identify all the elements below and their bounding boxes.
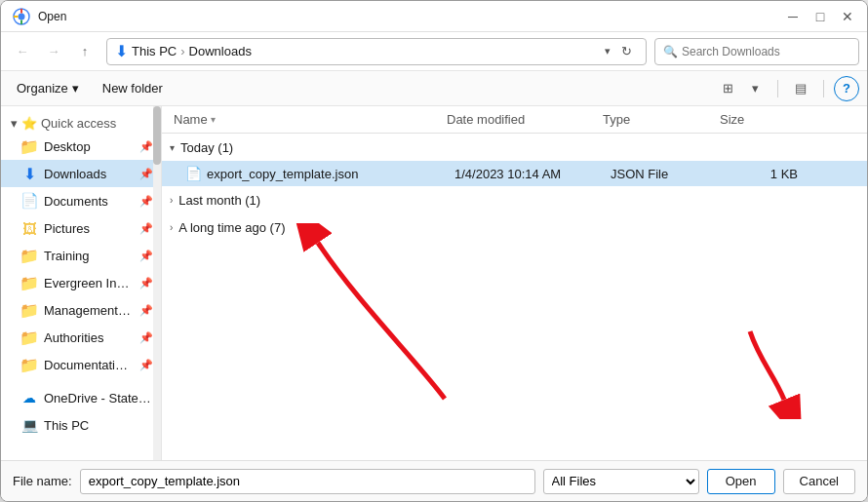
sidebar-item-evergreen[interactable]: 📁 Evergreen Inc… 📌 [1,269,161,296]
group-long-ago[interactable]: › A long time ago (7) [162,213,867,241]
new-folder-button[interactable]: New folder [95,76,171,101]
toolbar-separator [777,80,778,97]
forward-button[interactable]: → [40,38,67,65]
sidebar-scrollbar[interactable] [153,106,161,460]
address-separator: › [180,44,184,58]
sidebar-evergreen-label: Evergreen Inc… [44,276,132,290]
file-row-json[interactable]: 📄 export_copy_template.json 1/4/2023 10:… [162,161,867,186]
sidebar-item-desktop[interactable]: 📁 Desktop 📌 [1,133,161,160]
file-name-input[interactable] [80,469,535,494]
sidebar-item-training[interactable]: 📁 Training 📌 [1,242,161,269]
pin-icon-evergreen: 📌 [139,277,153,290]
col-header-date[interactable]: Date modified [443,112,599,127]
address-part-thispc: This PC [132,44,177,58]
preview-pane-button[interactable]: ▤ [788,76,813,101]
back-button[interactable]: ← [9,38,36,65]
col-header-size[interactable]: Size [716,112,794,127]
management-folder-icon: 📁 [20,301,38,319]
pin-icon-documentati: 📌 [139,359,153,371]
sidebar-item-downloads[interactable]: ⬇ Downloads 📌 [1,160,161,187]
file-type-select[interactable]: All Files [543,469,699,494]
content-area: Name ▾ Date modified Type Size ▾ Tod [162,106,867,460]
maximize-button[interactable]: □ [809,5,832,28]
downloads-icon: ⬇ [20,165,38,182]
up-button[interactable]: ↑ [71,38,99,65]
group-long-ago-chevron: › [170,222,173,233]
bottom-bar: File name: All Files Open Cancel [1,460,867,501]
group-today-chevron: ▾ [170,142,175,153]
sidebar-documents-label: Documents [44,194,132,209]
view-buttons: ⊞ ▾ [715,76,768,101]
group-long-ago-label: A long time ago (7) [178,220,285,235]
refresh-button[interactable]: ↻ [614,40,638,63]
group-today[interactable]: ▾ Today (1) [162,134,867,161]
close-button[interactable]: ✕ [836,5,859,28]
thispc-icon: 💻 [20,416,38,434]
sidebar-item-documents[interactable]: 📄 Documents 📌 [1,187,161,214]
organize-toolbar: Organize ▾ New folder ⊞ ▾ ▤ ? [1,71,867,106]
col-header-type[interactable]: Type [599,112,716,127]
address-part-downloads: Downloads [189,44,252,58]
view-dropdown-button[interactable]: ▾ [742,76,768,101]
chrome-icon [13,8,30,25]
column-headers: Name ▾ Date modified Type Size [162,106,867,134]
sidebar-pictures-label: Pictures [44,221,132,236]
search-box[interactable]: 🔍 [654,38,859,65]
pin-icon-documents: 📌 [139,195,153,208]
address-bar[interactable]: ⬇ This PC › Downloads ▾ ↻ [106,38,647,65]
pin-icon-desktop: 📌 [139,140,153,153]
sidebar-item-onedrive[interactable]: ☁ OneDrive - State o… [1,384,161,411]
quick-access-section[interactable]: ▾ ⭐ Quick access [1,110,161,133]
sidebar-management-label: Management… [44,303,132,318]
group-today-label: Today (1) [180,140,233,155]
up-icon: ↑ [82,44,89,58]
pin-icon-authorities: 📌 [139,331,153,344]
file-list: ▾ Today (1) 📄 export_copy_template.json … [162,134,867,460]
sidebar: ▾ ⭐ Quick access 📁 Desktop 📌 ⬇ Downloads… [1,106,162,460]
organize-button[interactable]: Organize ▾ [9,76,87,101]
pin-icon-downloads: 📌 [139,168,153,180]
group-last-month[interactable]: › Last month (1) [162,186,867,213]
minimize-button[interactable]: ─ [781,5,805,28]
empty-space [162,241,867,460]
view-grid-button[interactable]: ⊞ [715,76,740,101]
sidebar-onedrive-label: OneDrive - State o… [44,391,153,405]
file-name-cell: export_copy_template.json [207,167,454,181]
dialog-title: Open [38,10,781,23]
nav-toolbar: ← → ↑ ⬇ This PC › Downloads ▾ ↻ 🔍 [1,32,867,71]
col-header-name[interactable]: Name ▾ [170,112,443,127]
sidebar-item-management[interactable]: 📁 Management… 📌 [1,296,161,324]
sidebar-item-pictures[interactable]: 🖼 Pictures 📌 [1,214,161,242]
file-size-cell: 1 KB [728,167,806,181]
cancel-button[interactable]: Cancel [783,469,855,494]
open-button[interactable]: Open [707,469,775,494]
file-type-cell: JSON File [611,167,728,181]
title-bar: Open ─ □ ✕ [1,1,867,32]
json-file-icon: 📄 [185,166,203,181]
location-icon: ⬇ [115,42,128,60]
quick-access-label: Quick access [41,116,116,131]
sidebar-item-authorities[interactable]: 📁 Authorities 📌 [1,324,161,351]
pin-icon-pictures: 📌 [139,222,153,235]
group-last-month-label: Last month (1) [178,193,260,208]
search-input[interactable] [682,45,850,58]
sidebar-item-thispc[interactable]: 💻 This PC [1,411,161,439]
sidebar-training-label: Training [44,249,132,263]
documents-icon: 📄 [20,192,38,210]
sidebar-downloads-label: Downloads [44,167,132,181]
sidebar-scrollbar-thumb [153,106,161,165]
sidebar-item-documentati[interactable]: 📁 Documentati… 📌 [1,351,161,378]
pictures-icon: 🖼 [20,219,38,237]
forward-icon: → [48,44,60,58]
sort-icon-name: ▾ [211,114,216,125]
help-button[interactable]: ? [834,76,859,101]
file-date-cell: 1/4/2023 10:14 AM [454,167,611,181]
pin-icon-management: 📌 [139,304,153,317]
window-controls: ─ □ ✕ [781,5,859,28]
address-dropdown-icon[interactable]: ▾ [605,45,611,58]
sidebar-desktop-label: Desktop [44,139,132,154]
organize-label: Organize [17,81,68,96]
address-parts: This PC › Downloads [132,44,597,58]
svg-point-1 [19,13,25,19]
group-last-month-chevron: › [170,195,173,206]
